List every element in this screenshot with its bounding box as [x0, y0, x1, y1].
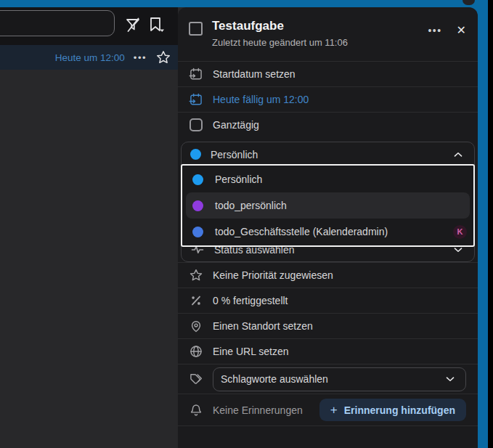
calendar-start-icon [189, 67, 203, 81]
filter-off-icon [124, 16, 142, 33]
chevron-down-icon [444, 372, 457, 386]
reminders-label: Keine Erinnerungen [213, 404, 303, 416]
task-complete-checkbox[interactable] [189, 22, 203, 36]
bookmark-menu-button[interactable] [145, 15, 167, 35]
panel-footer-space [178, 425, 478, 448]
tags-label: Schlagworte auswählen [221, 373, 328, 385]
all-day-row[interactable]: Ganztägig [178, 112, 478, 137]
progress-label: 0 % fertiggestellt [213, 295, 288, 306]
calendar-option[interactable]: Persönlich [182, 166, 473, 192]
map-pin-icon [189, 319, 203, 333]
detail-header: Testaufgabe Zuletzt heute geändert um 11… [178, 7, 478, 61]
desktop-background [488, 0, 493, 448]
bookmark-icon [147, 15, 166, 34]
tags-select[interactable]: Schlagworte auswählen [213, 367, 466, 391]
calendar-selected-label: Persönlich [211, 149, 258, 160]
all-day-label: Ganztägig [213, 119, 259, 131]
percent-icon [189, 293, 203, 308]
search-input[interactable] [0, 10, 115, 36]
calendar-option-label: todo_persönlich [215, 200, 287, 211]
owner-badge: K [453, 225, 467, 239]
tags-row: Schlagworte auswählen [178, 364, 478, 394]
star-icon[interactable] [155, 49, 171, 65]
calendar-due-icon [189, 92, 203, 107]
task-title: Testaufgabe [212, 19, 348, 33]
plus-icon: + [330, 403, 338, 418]
filter-off-button[interactable] [122, 15, 144, 35]
more-icon[interactable]: ••• [132, 53, 148, 62]
window-titlebar [0, 0, 488, 7]
chevron-up-icon [452, 148, 465, 161]
task-detail-panel: Testaufgabe Zuletzt heute geändert um 11… [178, 7, 478, 448]
close-icon[interactable]: ✕ [457, 23, 466, 37]
task-list-item-selected[interactable]: Heute um 12:00 ••• [0, 45, 178, 70]
url-row[interactable]: Eine URL setzen [178, 338, 478, 364]
calendar-select[interactable]: Persönlich [182, 142, 474, 166]
due-date-row[interactable]: Heute fällig um 12:00 [178, 86, 478, 112]
all-day-checkbox[interactable] [190, 118, 203, 131]
calendar-color-dot [192, 227, 203, 237]
add-reminder-label: Erinnerung hinzufügen [344, 404, 455, 416]
url-label: Eine URL setzen [213, 346, 289, 357]
last-modified-text: Zuletzt heute geändert um 11:06 [212, 37, 348, 48]
task-due-time: Heute um 12:00 [55, 52, 125, 63]
priority-row[interactable]: Keine Priorität zugewiesen [178, 262, 478, 288]
more-icon[interactable]: ••• [428, 25, 441, 36]
globe-icon [189, 344, 203, 359]
calendar-option-highlighted[interactable]: todo_persönlich [186, 192, 470, 219]
tags-icon [189, 372, 203, 386]
calendar-color-dot [190, 149, 201, 160]
calendar-color-dot [192, 174, 203, 185]
location-row[interactable]: Einen Standort setzen [178, 313, 478, 338]
calendar-option-label: todo_Geschäftsstelle (Kalenderadmin) [215, 226, 388, 237]
reminders-row: Keine Erinnerungen + Erinnerung hinzufüg… [178, 394, 478, 425]
calendar-option-label: Persönlich [215, 174, 262, 185]
bell-icon [189, 403, 203, 418]
due-date-label: Heute fällig um 12:00 [213, 94, 309, 105]
calendar-dropdown: Persönlich todo_persönlich todo_Geschäft… [181, 164, 475, 247]
start-date-row[interactable]: Startdatum setzen [178, 61, 478, 86]
start-date-label: Startdatum setzen [213, 68, 296, 80]
add-reminder-button[interactable]: + Erinnerung hinzufügen [319, 399, 466, 421]
calendar-status-group: Persönlich Persönlich todo_persönlich to… [181, 142, 475, 262]
calendar-color-dot [192, 200, 203, 211]
calendar-option[interactable]: todo_Geschäftsstelle (Kalenderadmin) K [182, 219, 473, 245]
location-label: Einen Standort setzen [213, 320, 313, 332]
star-icon [189, 268, 203, 282]
priority-label: Keine Priorität zugewiesen [213, 269, 333, 281]
progress-row[interactable]: 0 % fertiggestellt [178, 288, 478, 313]
